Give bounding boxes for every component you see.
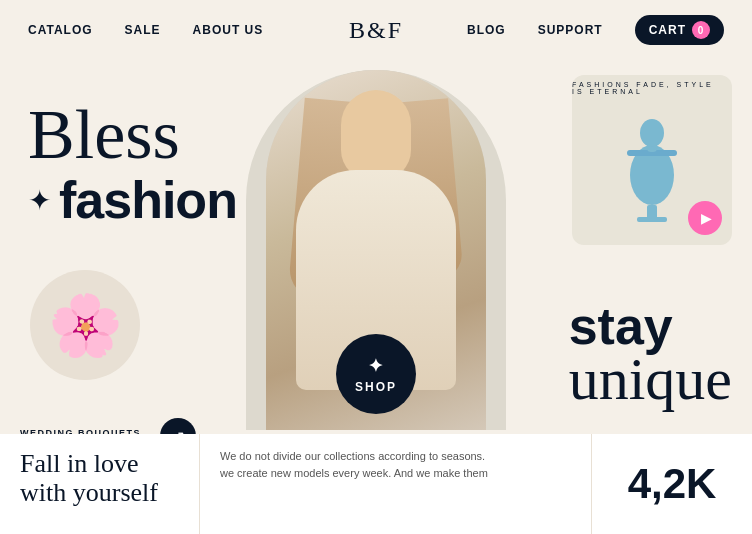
fall-in-text: Fall in love [20, 450, 179, 479]
fashion-line: ✦ fashion [28, 170, 237, 230]
nav-about[interactable]: ABOUT US [193, 23, 264, 37]
nav-support[interactable]: SUPPORT [538, 23, 603, 37]
rose-circle: 🌸 [30, 270, 140, 380]
cart-button[interactable]: CART 0 [635, 15, 724, 45]
mannequin-svg [617, 95, 687, 225]
brand-logo[interactable]: B&F [349, 17, 403, 44]
fashion-text: fashion [59, 170, 237, 230]
cart-badge: 0 [692, 21, 710, 39]
sparkle-icon: ✦ [28, 184, 51, 217]
hero-text: Bless ✦ fashion [28, 100, 237, 230]
curved-text: FASHIONS FADE, STYLE IS ETERNAL [572, 81, 714, 95]
play-button[interactable]: ▶ [688, 201, 722, 235]
nav-catalog[interactable]: CATALOG [28, 23, 93, 37]
mannequin-card: FASHIONS FADE, STYLE IS ETERNAL ▶ [572, 75, 732, 245]
stay-text: stay [569, 300, 732, 352]
nav-left: CATALOG SALE ABOUT US [28, 23, 263, 37]
description-text: We do not divide our collections accordi… [220, 448, 571, 481]
unique-text: unique [569, 352, 732, 406]
bottom-bar: Fall in love with yourself We do not div… [0, 434, 752, 534]
play-icon: ▶ [701, 210, 712, 227]
bottom-stat: 4,2K [592, 434, 752, 534]
model-face [341, 90, 411, 180]
nav-blog[interactable]: BLOG [467, 23, 506, 37]
main-content: Bless ✦ fashion 🌸 WEDDING BOUQUETS COLLE… [0, 60, 752, 534]
shop-button[interactable]: ✦ SHOP [336, 334, 416, 414]
bless-text: Bless [28, 100, 237, 170]
nav-sale[interactable]: SALE [125, 23, 161, 37]
stay-unique-text: stay unique [569, 300, 732, 406]
navbar: CATALOG SALE ABOUT US B&F BLOG SUPPORT C… [0, 0, 752, 60]
bottom-tagline: Fall in love with yourself [0, 434, 200, 534]
shop-label: SHOP [355, 380, 397, 394]
rose-icon: 🌸 [48, 290, 123, 361]
shop-plus-icon: ✦ [368, 355, 385, 377]
nav-right: BLOG SUPPORT CART 0 [467, 15, 724, 45]
bottom-description: We do not divide our collections accordi… [200, 434, 592, 534]
with-yourself-text: with yourself [20, 479, 179, 508]
stat-number: 4,2K [628, 460, 717, 508]
svg-point-5 [640, 119, 664, 147]
svg-rect-1 [637, 217, 667, 222]
